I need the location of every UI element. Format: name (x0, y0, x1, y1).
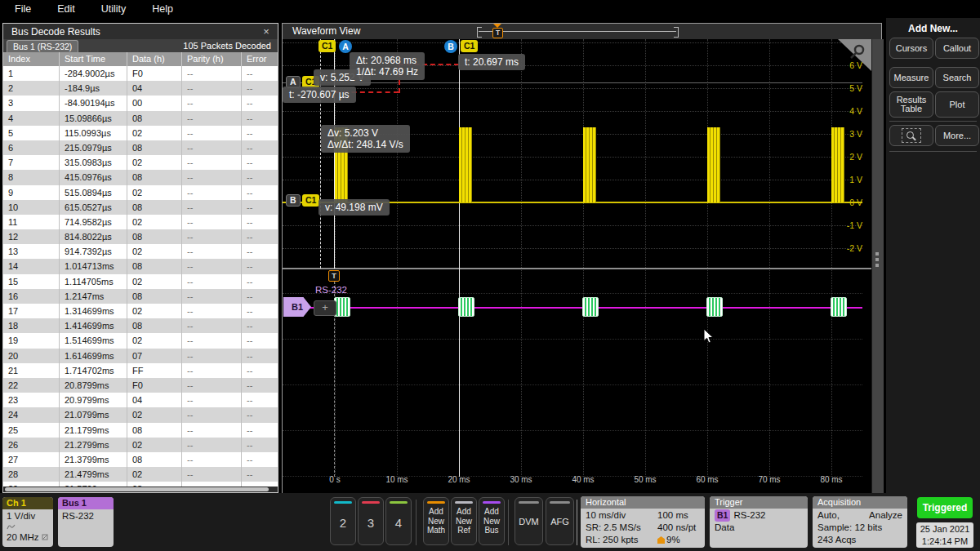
table-row[interactable]: 12814.8022µs08---- (3, 229, 278, 244)
gridline (283, 180, 862, 180)
table-row[interactable]: 6215.0979µs08---- (3, 140, 278, 155)
table-row[interactable]: 201.614699ms07---- (3, 349, 278, 363)
menu-edit[interactable]: Edit (57, 3, 75, 15)
cursor-b-channel-badge[interactable]: C1 (461, 40, 478, 52)
bus1-badge-body: RS-232 (58, 509, 114, 523)
table-row[interactable]: 2320.9799ms04---- (3, 393, 278, 407)
add-new-ref-button[interactable]: AddNewRef (451, 497, 477, 545)
dvm-button[interactable]: DVM (514, 497, 543, 545)
scrollbar-thumb[interactable] (5, 487, 269, 491)
table-cell: 14 (3, 259, 60, 273)
table-row[interactable]: 9515.0894µs02---- (3, 185, 278, 200)
table-row[interactable]: 2721.3799ms08---- (3, 452, 278, 467)
menu-file[interactable]: File (15, 3, 31, 15)
results-table-button[interactable]: Results Table (889, 91, 933, 118)
menu-utility[interactable]: Utility (101, 3, 127, 15)
table-cell: 21.4799ms (60, 467, 127, 482)
table-row[interactable]: 3-84.90194µs00---- (3, 96, 278, 110)
tab-bus1-rs232[interactable]: Bus 1 (RS-232) (7, 40, 78, 52)
table-cell: 1.614699ms (60, 349, 127, 363)
horizontal-panel[interactable]: Horizontal 10 ms/div100 ms SR: 2.5 MS/s4… (581, 496, 705, 548)
ch1-pulse-burst (583, 127, 596, 202)
table-cell: 914.7392µs (60, 244, 127, 259)
record-length: RL: 250 kpts (586, 534, 657, 546)
table-row[interactable]: 1-284.9002µsF0---- (3, 66, 278, 81)
bus-expand-button[interactable]: + (314, 300, 336, 316)
hbar-b-channel-badge[interactable]: C1 (302, 194, 319, 207)
cursor-a-channel-badge[interactable]: C1 (318, 40, 336, 52)
search-button[interactable]: Search (935, 67, 979, 88)
afg-button[interactable]: AFG (546, 497, 574, 545)
channel-3-button[interactable]: 3 (358, 497, 384, 545)
table-row[interactable]: 2-184.9µs04---- (3, 81, 278, 96)
measure-button[interactable]: Measure (889, 67, 933, 88)
channel-2-button[interactable]: 2 (330, 497, 356, 545)
time-tick-label: 80 ms (811, 475, 852, 484)
table-cell: -- (242, 423, 278, 438)
table-row[interactable]: 211.714702msFF---- (3, 363, 278, 378)
callout-button[interactable]: Callout (935, 38, 979, 59)
table-row[interactable]: 415.09866µs08---- (3, 111, 278, 126)
table-row[interactable]: 2621.2799ms02---- (3, 438, 278, 452)
close-icon[interactable]: × (260, 25, 273, 38)
more-button[interactable]: More... (935, 125, 979, 146)
table-row[interactable]: 2421.0799ms02---- (3, 407, 278, 422)
table-row[interactable]: 191.514699ms02---- (3, 333, 278, 348)
table-row[interactable]: 13914.7392µs02---- (3, 244, 278, 259)
acquisition-panel[interactable]: Acquisition Auto,Analyze Sample: 12 bits… (813, 496, 907, 548)
table-row[interactable]: 5115.0993µs02---- (3, 126, 278, 140)
readout-v-b: v: 49.198 mV (318, 199, 390, 216)
cursor-b-badge[interactable]: B (444, 40, 457, 53)
minimap-left-bracket[interactable] (477, 27, 482, 38)
horizontal-scrollbar[interactable] (3, 487, 278, 492)
trigger-source: RS-232 (733, 510, 765, 520)
table-row[interactable]: 11714.9582µs02---- (3, 215, 278, 229)
bus1-badge-bottom[interactable]: Bus 1 RS-232 (58, 497, 114, 547)
table-cell: -- (182, 215, 242, 229)
table-row[interactable]: 8415.0976µs08---- (3, 170, 278, 184)
gridline (769, 39, 770, 477)
table-row[interactable]: 7315.0983µs02---- (3, 155, 278, 170)
horizontal-panel-title: Horizontal (581, 496, 705, 509)
slice-resize-gutter[interactable] (871, 39, 884, 494)
cursor-b-line[interactable] (459, 39, 460, 477)
voltage-tick-label: 5 V (830, 83, 862, 93)
slice-resize-handle-icon[interactable] (875, 250, 879, 269)
table-row[interactable]: 2821.4799ms02---- (3, 467, 278, 482)
minimap-trigger-icon[interactable]: T (492, 28, 503, 38)
trigger-panel[interactable]: Trigger B1RS-232 Data (710, 496, 808, 548)
table-row[interactable]: 2220.8799msF0---- (3, 378, 278, 393)
table-cell: -- (182, 140, 242, 155)
trigger-indicator-icon[interactable]: T (328, 270, 340, 282)
slice-divider[interactable] (283, 268, 871, 269)
add-new-bus-button[interactable]: AddNewBus (479, 497, 505, 545)
zoom-corner-icon[interactable] (838, 39, 871, 71)
table-row[interactable]: 2521.1799ms08---- (3, 423, 278, 438)
table-row[interactable]: 151.114705ms02---- (3, 274, 278, 289)
menu-help[interactable]: Help (152, 3, 173, 15)
table-cell: -- (242, 111, 278, 126)
horizontal-window: 100 ms (657, 509, 688, 522)
table-cell: 08 (127, 140, 182, 155)
table-cell: -- (242, 393, 278, 407)
table-row[interactable]: 141.014713ms08---- (3, 259, 278, 273)
table-cell: -- (242, 467, 278, 482)
waveform-plot[interactable]: B1 + RS-232 T C1 A B C1 A C1 B C1 v: 5.2… (283, 39, 871, 494)
bus1-badge[interactable]: B1 (283, 297, 311, 317)
hbar-b-badge[interactable]: B (286, 194, 301, 207)
zoom-box-button[interactable] (889, 125, 933, 146)
table-row[interactable]: 181.414699ms08---- (3, 318, 278, 333)
add-new-math-button[interactable]: AddNewMath (423, 497, 449, 545)
acquisition-mode: Auto, (817, 509, 840, 522)
cursors-button[interactable]: Cursors (889, 38, 933, 59)
plot-button[interactable]: Plot (935, 91, 979, 118)
channel-4-button[interactable]: 4 (385, 497, 412, 545)
ch1-badge[interactable]: Ch 1 1 V/div 20 MHz (2, 497, 53, 547)
table-cell: 02 (127, 304, 182, 318)
table-row[interactable]: 10615.0527µs08---- (3, 200, 278, 215)
minimap-right-bracket[interactable] (674, 27, 679, 38)
table-row[interactable]: 171.314699ms02---- (3, 304, 278, 318)
table-cell: -- (182, 407, 242, 422)
cursor-a-badge[interactable]: A (339, 40, 352, 53)
table-row[interactable]: 161.2147ms08---- (3, 289, 278, 304)
